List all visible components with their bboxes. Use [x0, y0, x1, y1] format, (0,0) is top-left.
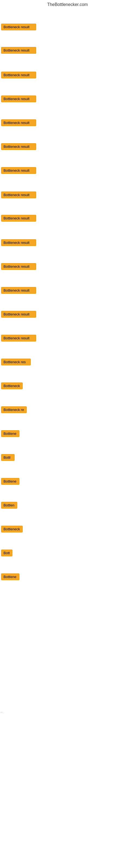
bottleneck-badge-18[interactable]: Bottlene [1, 430, 19, 437]
footnote: ... [1, 709, 3, 713]
card-row-7: Bottleneck result [0, 167, 135, 175]
card-row-21: Bottlen [0, 502, 135, 510]
card-row-19: Bottl [0, 454, 135, 462]
card-row-8: Bottleneck result [0, 191, 135, 199]
bottleneck-badge-16[interactable]: Bottleneck [1, 382, 23, 389]
bottleneck-badge-4[interactable]: Bottleneck result [1, 95, 36, 102]
card-row-14: Bottleneck result [0, 335, 135, 343]
card-row-12: Bottleneck result [0, 287, 135, 295]
card-row-6: Bottleneck result [0, 143, 135, 151]
bottleneck-badge-1[interactable]: Bottleneck result [1, 24, 36, 30]
card-row-15: Bottleneck res [0, 359, 135, 367]
card-row-17: Bottleneck re [0, 406, 135, 414]
page-container: TheBottlenecker.com Bottleneck resultBot… [0, 0, 135, 868]
card-row-23: Bott [0, 550, 135, 557]
card-row-4: Bottleneck result [0, 95, 135, 103]
bottleneck-badge-20[interactable]: Bottlene [1, 478, 19, 485]
card-row-13: Bottleneck result [0, 311, 135, 319]
bottleneck-badge-11[interactable]: Bottleneck result [1, 263, 36, 270]
bottleneck-badge-17[interactable]: Bottleneck re [1, 406, 27, 413]
bottleneck-badge-3[interactable]: Bottleneck result [1, 72, 36, 79]
card-row-11: Bottleneck result [0, 263, 135, 271]
card-row-22: Bottleneck [0, 526, 135, 533]
bottleneck-badge-5[interactable]: Bottleneck result [1, 119, 36, 126]
bottleneck-badge-8[interactable]: Bottleneck result [1, 191, 36, 198]
card-row-18: Bottlene [0, 430, 135, 438]
card-row-1: Bottleneck result [0, 24, 135, 31]
bottleneck-badge-14[interactable]: Bottleneck result [1, 335, 36, 341]
bottleneck-badge-9[interactable]: Bottleneck result [1, 215, 36, 222]
card-row-16: Bottleneck [0, 382, 135, 390]
bottleneck-badge-15[interactable]: Bottleneck res [1, 359, 31, 365]
card-row-5: Bottleneck result [0, 119, 135, 127]
site-title: TheBottlenecker.com [0, 0, 135, 8]
bottleneck-badge-23[interactable]: Bott [1, 550, 12, 556]
bottleneck-badge-2[interactable]: Bottleneck result [1, 47, 36, 54]
card-row-9: Bottleneck result [0, 215, 135, 223]
bottleneck-badge-12[interactable]: Bottleneck result [1, 287, 36, 294]
footnote-text: ... [1, 710, 3, 713]
bottleneck-badge-13[interactable]: Bottleneck result [1, 311, 36, 318]
bottleneck-badge-6[interactable]: Bottleneck result [1, 143, 36, 150]
bottleneck-badge-19[interactable]: Bottl [1, 454, 14, 461]
bottleneck-badge-10[interactable]: Bottleneck result [1, 239, 36, 246]
bottleneck-badge-22[interactable]: Bottleneck [1, 526, 23, 532]
bottleneck-badge-7[interactable]: Bottleneck result [1, 167, 36, 174]
card-row-2: Bottleneck result [0, 47, 135, 55]
card-row-10: Bottleneck result [0, 239, 135, 247]
card-row-3: Bottleneck result [0, 72, 135, 80]
bottleneck-badge-21[interactable]: Bottlen [1, 502, 17, 508]
card-row-20: Bottlene [0, 478, 135, 486]
card-row-24: Bottlene [0, 574, 135, 581]
cards-container: Bottleneck resultBottleneck resultBottle… [0, 8, 135, 868]
bottleneck-badge-24[interactable]: Bottlene [1, 574, 19, 580]
